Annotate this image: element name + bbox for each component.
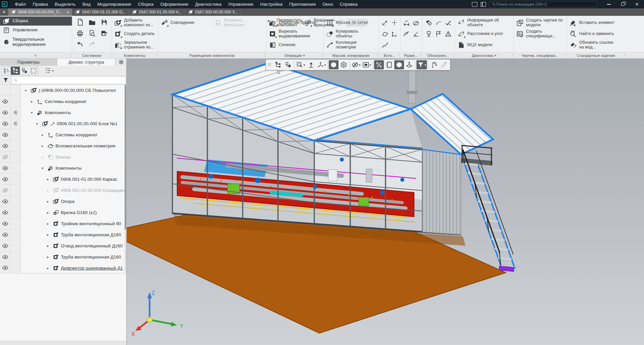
mass-properties-button[interactable]: МЦХ модели xyxy=(456,39,512,50)
expand-arrow-icon[interactable]: ▾ xyxy=(42,166,46,170)
tree-row[interactable]: ▸Вспомогательная геометрия xyxy=(0,140,126,151)
expand-arrow-icon[interactable]: ▸ xyxy=(47,244,51,248)
angular-dimension-button[interactable] xyxy=(412,30,420,38)
tab-tree-structure[interactable]: Дерево: структура xyxy=(57,59,116,66)
shaded-display-button[interactable] xyxy=(329,60,338,69)
expand-arrow-icon[interactable]: ▾ xyxy=(36,122,40,126)
expand-arrow-icon[interactable]: ▸ xyxy=(47,255,51,259)
undo-button[interactable] xyxy=(75,39,85,49)
expand-arrow-icon[interactable]: ▸ xyxy=(47,211,51,214)
expand-arrow-icon[interactable]: ▸ xyxy=(47,233,51,237)
simple-hole-button[interactable]: Отверстие простое xyxy=(268,17,322,28)
create-part-button[interactable]: Создать деталь xyxy=(113,28,157,39)
tree-selection-button[interactable] xyxy=(29,67,38,75)
tree-numbering-button[interactable] xyxy=(2,67,11,75)
tree-row[interactable]: ∈ ▾0906.001-00.00.000 Блок №1 xyxy=(0,118,126,129)
menu-item-settings[interactable]: Настройка xyxy=(257,0,286,8)
expand-arrow-icon[interactable]: ▸ xyxy=(47,222,51,226)
new-document-button[interactable] xyxy=(75,17,85,27)
clip-view-button[interactable] xyxy=(374,60,384,69)
visibility-toggle[interactable] xyxy=(0,218,11,229)
update-links-button[interactable]: Обновить ссылки на мод... xyxy=(568,39,625,50)
visibility-toggle[interactable] xyxy=(0,107,11,118)
tab-parameters[interactable]: Параметры xyxy=(0,59,57,66)
visibility-toggle[interactable] xyxy=(0,229,11,240)
menu-item-assembly[interactable]: Сборка xyxy=(135,0,157,8)
datum-button[interactable] xyxy=(425,30,433,38)
visibility-toggle[interactable] xyxy=(0,151,11,163)
visibility-toggle[interactable] xyxy=(0,174,11,185)
expand-arrow-icon[interactable]: ▸ xyxy=(31,100,35,103)
grid-array-button[interactable]: Массив по сетке xyxy=(325,17,377,28)
create-specification-button[interactable]: Создать спецификаци... xyxy=(515,28,565,39)
tree-row[interactable]: ▸Врезка D160 (x2) xyxy=(0,207,126,218)
menu-item-layout[interactable]: Оформление xyxy=(157,0,192,8)
visibility-toggle[interactable] xyxy=(0,207,11,218)
place-sketch-button[interactable] xyxy=(283,60,293,69)
menu-item-file[interactable]: Файл xyxy=(11,0,29,8)
sketch-mode-button[interactable] xyxy=(273,60,283,69)
new-document-tab-button[interactable]: + xyxy=(0,8,8,16)
find-replace-button[interactable]: Найти и заменить xyxy=(568,28,625,39)
tree-row[interactable]: ▸0906.001-02.00.000 Ограждаю xyxy=(0,185,126,196)
enable-fixation-button[interactable]: Включить фиксацию xyxy=(213,17,266,28)
diameter-dimension-button[interactable] xyxy=(412,19,420,27)
panel-settings-button[interactable] xyxy=(116,59,126,66)
thread-annotation-button[interactable] xyxy=(425,19,433,27)
viewport[interactable]: Z X Y ▾ ▾ ▾ ▾ ▾ xyxy=(127,59,644,345)
expand-arrow-icon[interactable]: ▸ xyxy=(47,188,51,192)
visibility-toggle[interactable] xyxy=(0,240,11,251)
eyedropper-button[interactable] xyxy=(439,60,449,69)
menu-item-help[interactable]: Справка xyxy=(336,0,361,8)
visibility-toggle[interactable] xyxy=(0,140,11,151)
expand-arrow-icon[interactable]: ▸ xyxy=(42,133,46,137)
tree-row[interactable]: ▸Труба вентиляционная Д160 xyxy=(0,251,126,263)
tree-horizontal-scrollbar[interactable] xyxy=(0,341,126,345)
tree-row[interactable]: ▸Труба вентиляционная Д160 xyxy=(0,229,126,240)
tree-row[interactable]: ▸Отвод вентиляционный Д160 xyxy=(0,240,126,251)
show-in-window-button[interactable]: ▾ xyxy=(362,60,372,69)
visibility-toggle[interactable] xyxy=(0,263,11,274)
minimize-button[interactable] xyxy=(602,0,616,8)
print-button[interactable] xyxy=(75,28,85,38)
aux-plane-button[interactable] xyxy=(381,30,389,38)
document-tab[interactable]: 0347.000-01.01.000 О... xyxy=(72,8,129,16)
expand-arrow-icon[interactable]: ▸ xyxy=(42,155,46,159)
menu-item-edit[interactable]: Правка xyxy=(29,0,51,8)
object-info-button[interactable]: Информация об объекте xyxy=(456,17,512,28)
tree-row[interactable]: ▸Системы координат xyxy=(0,96,126,107)
command-search[interactable] xyxy=(489,1,597,7)
open-button[interactable] xyxy=(87,17,97,27)
visibility-toggle[interactable] xyxy=(0,196,11,207)
ribbon-tab-solid-modeling[interactable]: Твердотельное моделирование xyxy=(0,35,72,49)
section-display-button[interactable] xyxy=(394,60,404,69)
close-button[interactable]: × xyxy=(630,0,644,8)
tree-structure-button[interactable] xyxy=(11,67,20,75)
kompas-logo[interactable]: К xyxy=(0,0,9,8)
tree-row[interactable]: ▸Системы координат xyxy=(0,129,126,140)
ribbon-tab-management[interactable]: Управление xyxy=(0,26,72,35)
visibility-toggle[interactable] xyxy=(0,185,11,196)
menu-item-view[interactable]: Вид xyxy=(79,0,94,8)
document-tab[interactable]: 0347.000-00.00.000 У... xyxy=(185,8,241,16)
redo-button[interactable] xyxy=(87,39,97,49)
tree-filter-button[interactable] xyxy=(1,76,11,84)
expand-arrow-icon[interactable]: ▸ xyxy=(47,177,51,181)
expand-arrow-icon[interactable]: ▸ xyxy=(47,200,51,203)
hide-objects-button[interactable]: ▾ xyxy=(351,60,361,69)
tree-relations-button[interactable] xyxy=(20,67,29,75)
visibility-toggle[interactable] xyxy=(0,163,11,174)
group-label-diagnostics[interactable]: Диагностика▾ xyxy=(455,53,514,58)
wireframe-display-button[interactable] xyxy=(339,60,349,69)
menu-item-select[interactable]: Выделить xyxy=(51,0,79,8)
distance-angle-button[interactable]: Расстояние и угол xyxy=(456,28,512,39)
geometry-collection-button[interactable]: Коллекция геометрии xyxy=(325,39,377,50)
aux-local-cs-button[interactable] xyxy=(391,30,399,38)
expand-arrow-icon[interactable]: ▸ xyxy=(47,266,51,270)
marking-button[interactable] xyxy=(435,30,443,38)
tree-search-input[interactable] xyxy=(19,78,124,82)
document-tab[interactable]: 0347.000-01.00.000 К... xyxy=(129,8,185,16)
tree-row[interactable]: ▸Эскизы xyxy=(0,151,126,163)
linear-dimension-button[interactable] xyxy=(403,19,411,27)
tolerance-button[interactable] xyxy=(444,30,452,38)
